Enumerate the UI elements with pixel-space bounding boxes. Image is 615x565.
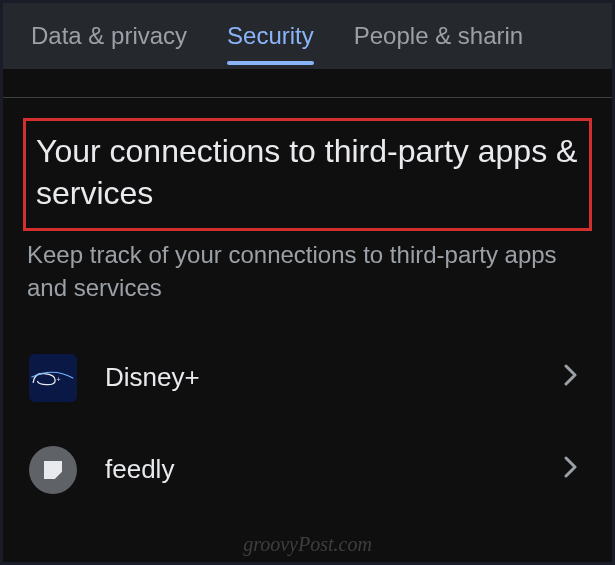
- section-title: Your connections to third-party apps & s…: [36, 131, 579, 214]
- apps-list: + Disney+ feedly: [23, 332, 592, 516]
- app-name-label: Disney+: [105, 362, 564, 393]
- watermark: groovyPost.com: [243, 533, 372, 556]
- disney-plus-icon: +: [29, 354, 77, 402]
- chevron-right-icon: [564, 364, 578, 392]
- app-row-feedly[interactable]: feedly: [23, 424, 592, 516]
- section-header-highlight: Your connections to third-party apps & s…: [23, 118, 592, 231]
- tab-bar: Data & privacy Security People & sharin: [3, 3, 612, 69]
- chevron-right-icon: [564, 456, 578, 484]
- svg-text:+: +: [57, 376, 61, 383]
- section-subtitle: Keep track of your connections to third-…: [23, 239, 592, 304]
- app-row-disney[interactable]: + Disney+: [23, 332, 592, 424]
- app-name-label: feedly: [105, 454, 564, 485]
- tab-security[interactable]: Security: [207, 3, 334, 69]
- tab-people-sharing[interactable]: People & sharin: [334, 3, 543, 69]
- feedly-icon: [29, 446, 77, 494]
- content-area: Your connections to third-party apps & s…: [3, 98, 612, 516]
- tab-data-privacy[interactable]: Data & privacy: [11, 3, 207, 69]
